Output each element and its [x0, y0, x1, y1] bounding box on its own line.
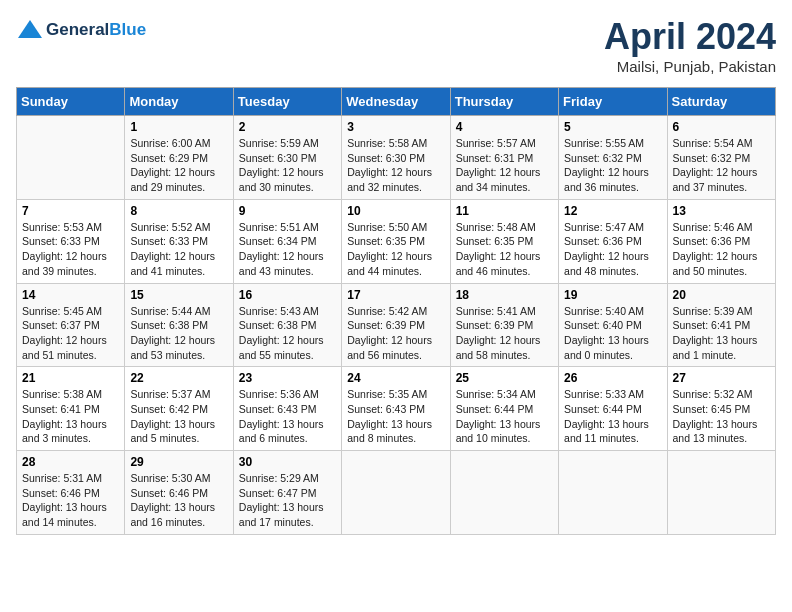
- day-info: Sunrise: 5:45 AM Sunset: 6:37 PM Dayligh…: [22, 304, 119, 363]
- day-number: 19: [564, 288, 661, 302]
- calendar-cell: 12Sunrise: 5:47 AM Sunset: 6:36 PM Dayli…: [559, 199, 667, 283]
- day-number: 23: [239, 371, 336, 385]
- location: Mailsi, Punjab, Pakistan: [604, 58, 776, 75]
- calendar-cell: 17Sunrise: 5:42 AM Sunset: 6:39 PM Dayli…: [342, 283, 450, 367]
- header-thursday: Thursday: [450, 88, 558, 116]
- calendar-cell: 11Sunrise: 5:48 AM Sunset: 6:35 PM Dayli…: [450, 199, 558, 283]
- calendar-cell: 24Sunrise: 5:35 AM Sunset: 6:43 PM Dayli…: [342, 367, 450, 451]
- day-number: 30: [239, 455, 336, 469]
- day-info: Sunrise: 5:52 AM Sunset: 6:33 PM Dayligh…: [130, 220, 227, 279]
- day-number: 20: [673, 288, 770, 302]
- day-info: Sunrise: 5:57 AM Sunset: 6:31 PM Dayligh…: [456, 136, 553, 195]
- day-number: 13: [673, 204, 770, 218]
- day-info: Sunrise: 5:36 AM Sunset: 6:43 PM Dayligh…: [239, 387, 336, 446]
- day-info: Sunrise: 5:41 AM Sunset: 6:39 PM Dayligh…: [456, 304, 553, 363]
- calendar-cell: 3Sunrise: 5:58 AM Sunset: 6:30 PM Daylig…: [342, 116, 450, 200]
- calendar-cell: 7Sunrise: 5:53 AM Sunset: 6:33 PM Daylig…: [17, 199, 125, 283]
- calendar-cell: 28Sunrise: 5:31 AM Sunset: 6:46 PM Dayli…: [17, 451, 125, 535]
- calendar-table: SundayMondayTuesdayWednesdayThursdayFrid…: [16, 87, 776, 535]
- page-header: GeneralBlue April 2024 Mailsi, Punjab, P…: [16, 16, 776, 75]
- calendar-header-row: SundayMondayTuesdayWednesdayThursdayFrid…: [17, 88, 776, 116]
- day-number: 26: [564, 371, 661, 385]
- calendar-cell: [559, 451, 667, 535]
- calendar-cell: 15Sunrise: 5:44 AM Sunset: 6:38 PM Dayli…: [125, 283, 233, 367]
- calendar-cell: 21Sunrise: 5:38 AM Sunset: 6:41 PM Dayli…: [17, 367, 125, 451]
- day-info: Sunrise: 5:47 AM Sunset: 6:36 PM Dayligh…: [564, 220, 661, 279]
- calendar-cell: 18Sunrise: 5:41 AM Sunset: 6:39 PM Dayli…: [450, 283, 558, 367]
- day-number: 8: [130, 204, 227, 218]
- header-tuesday: Tuesday: [233, 88, 341, 116]
- day-number: 16: [239, 288, 336, 302]
- calendar-cell: 13Sunrise: 5:46 AM Sunset: 6:36 PM Dayli…: [667, 199, 775, 283]
- day-info: Sunrise: 5:54 AM Sunset: 6:32 PM Dayligh…: [673, 136, 770, 195]
- day-number: 27: [673, 371, 770, 385]
- calendar-cell: 22Sunrise: 5:37 AM Sunset: 6:42 PM Dayli…: [125, 367, 233, 451]
- calendar-cell: 1Sunrise: 6:00 AM Sunset: 6:29 PM Daylig…: [125, 116, 233, 200]
- calendar-cell: [342, 451, 450, 535]
- logo-icon: [16, 16, 44, 44]
- day-info: Sunrise: 5:53 AM Sunset: 6:33 PM Dayligh…: [22, 220, 119, 279]
- day-number: 18: [456, 288, 553, 302]
- day-number: 3: [347, 120, 444, 134]
- logo-text: GeneralBlue: [46, 20, 146, 40]
- day-info: Sunrise: 5:39 AM Sunset: 6:41 PM Dayligh…: [673, 304, 770, 363]
- day-number: 25: [456, 371, 553, 385]
- day-number: 24: [347, 371, 444, 385]
- day-info: Sunrise: 6:00 AM Sunset: 6:29 PM Dayligh…: [130, 136, 227, 195]
- header-wednesday: Wednesday: [342, 88, 450, 116]
- day-number: 21: [22, 371, 119, 385]
- calendar-cell: 10Sunrise: 5:50 AM Sunset: 6:35 PM Dayli…: [342, 199, 450, 283]
- day-number: 10: [347, 204, 444, 218]
- day-number: 29: [130, 455, 227, 469]
- calendar-cell: 25Sunrise: 5:34 AM Sunset: 6:44 PM Dayli…: [450, 367, 558, 451]
- day-info: Sunrise: 5:29 AM Sunset: 6:47 PM Dayligh…: [239, 471, 336, 530]
- day-info: Sunrise: 5:42 AM Sunset: 6:39 PM Dayligh…: [347, 304, 444, 363]
- calendar-cell: 19Sunrise: 5:40 AM Sunset: 6:40 PM Dayli…: [559, 283, 667, 367]
- header-saturday: Saturday: [667, 88, 775, 116]
- calendar-cell: 26Sunrise: 5:33 AM Sunset: 6:44 PM Dayli…: [559, 367, 667, 451]
- calendar-week-3: 14Sunrise: 5:45 AM Sunset: 6:37 PM Dayli…: [17, 283, 776, 367]
- day-number: 28: [22, 455, 119, 469]
- day-info: Sunrise: 5:46 AM Sunset: 6:36 PM Dayligh…: [673, 220, 770, 279]
- calendar-cell: 4Sunrise: 5:57 AM Sunset: 6:31 PM Daylig…: [450, 116, 558, 200]
- header-friday: Friday: [559, 88, 667, 116]
- day-number: 11: [456, 204, 553, 218]
- calendar-cell: 5Sunrise: 5:55 AM Sunset: 6:32 PM Daylig…: [559, 116, 667, 200]
- calendar-cell: [450, 451, 558, 535]
- month-title: April 2024: [604, 16, 776, 58]
- day-info: Sunrise: 5:43 AM Sunset: 6:38 PM Dayligh…: [239, 304, 336, 363]
- day-info: Sunrise: 5:55 AM Sunset: 6:32 PM Dayligh…: [564, 136, 661, 195]
- calendar-cell: 20Sunrise: 5:39 AM Sunset: 6:41 PM Dayli…: [667, 283, 775, 367]
- calendar-cell: 2Sunrise: 5:59 AM Sunset: 6:30 PM Daylig…: [233, 116, 341, 200]
- calendar-cell: [667, 451, 775, 535]
- day-info: Sunrise: 5:44 AM Sunset: 6:38 PM Dayligh…: [130, 304, 227, 363]
- calendar-cell: 29Sunrise: 5:30 AM Sunset: 6:46 PM Dayli…: [125, 451, 233, 535]
- calendar-week-4: 21Sunrise: 5:38 AM Sunset: 6:41 PM Dayli…: [17, 367, 776, 451]
- logo: GeneralBlue: [16, 16, 146, 44]
- day-info: Sunrise: 5:38 AM Sunset: 6:41 PM Dayligh…: [22, 387, 119, 446]
- calendar-cell: 8Sunrise: 5:52 AM Sunset: 6:33 PM Daylig…: [125, 199, 233, 283]
- day-number: 4: [456, 120, 553, 134]
- title-block: April 2024 Mailsi, Punjab, Pakistan: [604, 16, 776, 75]
- day-info: Sunrise: 5:30 AM Sunset: 6:46 PM Dayligh…: [130, 471, 227, 530]
- day-number: 15: [130, 288, 227, 302]
- calendar-cell: 23Sunrise: 5:36 AM Sunset: 6:43 PM Dayli…: [233, 367, 341, 451]
- calendar-week-5: 28Sunrise: 5:31 AM Sunset: 6:46 PM Dayli…: [17, 451, 776, 535]
- header-sunday: Sunday: [17, 88, 125, 116]
- calendar-cell: 6Sunrise: 5:54 AM Sunset: 6:32 PM Daylig…: [667, 116, 775, 200]
- calendar-week-2: 7Sunrise: 5:53 AM Sunset: 6:33 PM Daylig…: [17, 199, 776, 283]
- calendar-cell: 30Sunrise: 5:29 AM Sunset: 6:47 PM Dayli…: [233, 451, 341, 535]
- day-number: 22: [130, 371, 227, 385]
- header-monday: Monday: [125, 88, 233, 116]
- day-info: Sunrise: 5:37 AM Sunset: 6:42 PM Dayligh…: [130, 387, 227, 446]
- day-info: Sunrise: 5:32 AM Sunset: 6:45 PM Dayligh…: [673, 387, 770, 446]
- calendar-cell: 16Sunrise: 5:43 AM Sunset: 6:38 PM Dayli…: [233, 283, 341, 367]
- calendar-cell: [17, 116, 125, 200]
- day-number: 1: [130, 120, 227, 134]
- day-info: Sunrise: 5:34 AM Sunset: 6:44 PM Dayligh…: [456, 387, 553, 446]
- day-info: Sunrise: 5:31 AM Sunset: 6:46 PM Dayligh…: [22, 471, 119, 530]
- calendar-cell: 9Sunrise: 5:51 AM Sunset: 6:34 PM Daylig…: [233, 199, 341, 283]
- day-info: Sunrise: 5:50 AM Sunset: 6:35 PM Dayligh…: [347, 220, 444, 279]
- day-number: 12: [564, 204, 661, 218]
- calendar-cell: 14Sunrise: 5:45 AM Sunset: 6:37 PM Dayli…: [17, 283, 125, 367]
